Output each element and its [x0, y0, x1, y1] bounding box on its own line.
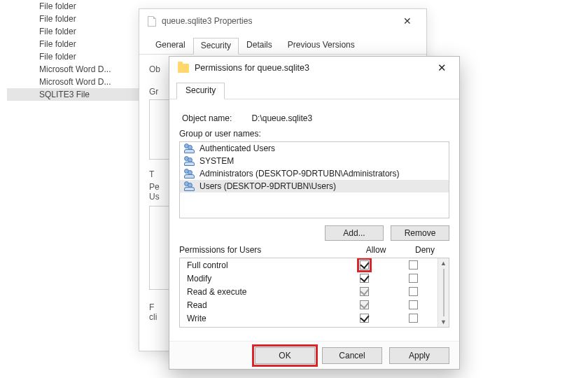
add-button[interactable]: Add...	[325, 225, 384, 241]
column-allow: Allow	[351, 245, 400, 255]
allow-checkbox[interactable]	[360, 300, 369, 309]
group-row[interactable]: Users (DESKTOP-9DRTUBN\Users)	[180, 180, 449, 192]
apply-button[interactable]: Apply	[389, 347, 449, 364]
allow-checkbox[interactable]	[360, 287, 369, 296]
permission-row: Full control	[180, 258, 438, 272]
permissions-titlebar[interactable]: Permissions for queue.sqlite3 ✕	[169, 57, 459, 79]
file-type-row[interactable]: SQLITE3 File	[7, 88, 147, 101]
properties-tabs: GeneralSecurityDetailsPrevious Versions	[139, 33, 426, 55]
permission-row: Read & execute	[180, 285, 438, 298]
file-icon	[148, 16, 156, 27]
group-name: Authenticated Users	[200, 144, 275, 153]
column-deny: Deny	[400, 245, 449, 255]
file-type-row[interactable]: File folder	[7, 50, 147, 63]
permission-name: Read & execute	[187, 287, 340, 297]
allow-checkbox[interactable]	[360, 260, 369, 270]
allow-checkbox[interactable]	[360, 314, 369, 323]
close-icon[interactable]: ✕	[394, 11, 421, 31]
tab-previous-versions[interactable]: Previous Versions	[280, 37, 363, 54]
props-us: Us	[149, 192, 160, 202]
close-icon[interactable]: ✕	[427, 58, 456, 78]
file-type-row[interactable]: File folder	[7, 38, 147, 50]
tab-security[interactable]: Security	[176, 83, 225, 99]
file-type-row[interactable]: Microsoft Word D...	[7, 76, 147, 88]
tab-details[interactable]: Details	[239, 37, 280, 54]
deny-checkbox[interactable]	[409, 274, 418, 283]
deny-checkbox[interactable]	[409, 314, 418, 323]
object-name-value: D:\queue.sqlite3	[251, 113, 312, 123]
permissions-window: Permissions for queue.sqlite3 ✕ Security…	[169, 56, 460, 370]
properties-titlebar[interactable]: queue.sqlite3 Properties ✕	[139, 9, 426, 33]
permission-name: Full control	[187, 260, 340, 270]
file-type-row[interactable]: File folder	[7, 0, 147, 13]
permissions-listbox: Full controlModifyRead & executeReadWrit…	[179, 258, 449, 328]
props-section-t: T	[149, 169, 154, 179]
permissions-tabs: Security	[169, 79, 459, 99]
file-type-row[interactable]: Microsoft Word D...	[7, 63, 147, 76]
deny-checkbox[interactable]	[409, 287, 418, 296]
tab-security[interactable]: Security	[193, 38, 239, 55]
deny-checkbox[interactable]	[409, 300, 418, 309]
folder-icon	[178, 64, 189, 73]
groups-listbox[interactable]: Authenticated UsersSYSTEMAdministrators …	[179, 141, 449, 218]
permissions-footer: OK Cancel Apply	[169, 341, 459, 369]
users-icon	[184, 144, 195, 153]
users-icon	[184, 181, 195, 191]
tab-general[interactable]: General	[148, 37, 193, 54]
file-type-row[interactable]: File folder	[7, 13, 147, 25]
explorer-type-column: File folderFile folderFile folderFile fo…	[7, 0, 147, 101]
users-icon	[184, 169, 195, 178]
scrollbar[interactable]: ▲ ▼	[438, 258, 449, 327]
properties-title: queue.sqlite3 Properties	[162, 16, 394, 26]
props-f: F	[149, 302, 154, 312]
ok-button[interactable]: OK	[255, 347, 315, 364]
deny-checkbox[interactable]	[409, 260, 418, 270]
cancel-button[interactable]: Cancel	[322, 347, 382, 364]
group-row[interactable]: Authenticated Users	[180, 142, 449, 155]
object-name-label: Object name:	[182, 113, 232, 123]
permission-name: Read	[187, 300, 340, 310]
scroll-down-icon[interactable]: ▼	[438, 317, 449, 327]
group-name: Administrators (DESKTOP-9DRTUBN\Administ…	[200, 169, 400, 178]
permissions-for-label: Permissions for Users	[179, 245, 351, 255]
group-row[interactable]: Administrators (DESKTOP-9DRTUBN\Administ…	[180, 167, 449, 180]
props-cl: cli	[149, 312, 157, 322]
props-object-prefix: Ob	[149, 64, 160, 74]
group-name: Users (DESKTOP-9DRTUBN\Users)	[200, 181, 336, 191]
permission-name: Modify	[187, 274, 340, 284]
group-name: SYSTEM	[200, 156, 234, 166]
allow-checkbox[interactable]	[360, 274, 369, 283]
permission-row: Write	[180, 312, 438, 325]
file-type-row[interactable]: File folder	[7, 25, 147, 38]
group-row[interactable]: SYSTEM	[180, 155, 449, 167]
users-icon	[184, 156, 195, 166]
permission-row: Modify	[180, 272, 438, 285]
remove-button[interactable]: Remove	[391, 225, 449, 241]
props-pe: Pe	[149, 182, 160, 192]
groups-label: Group or user names:	[179, 129, 449, 139]
props-groups-label-cut: Gr	[149, 87, 158, 97]
permission-row: Read	[180, 298, 438, 312]
permissions-title: Permissions for queue.sqlite3	[195, 63, 427, 73]
scroll-thumb[interactable]	[443, 269, 444, 316]
scroll-up-icon[interactable]: ▲	[438, 258, 449, 268]
permission-name: Write	[187, 314, 340, 323]
